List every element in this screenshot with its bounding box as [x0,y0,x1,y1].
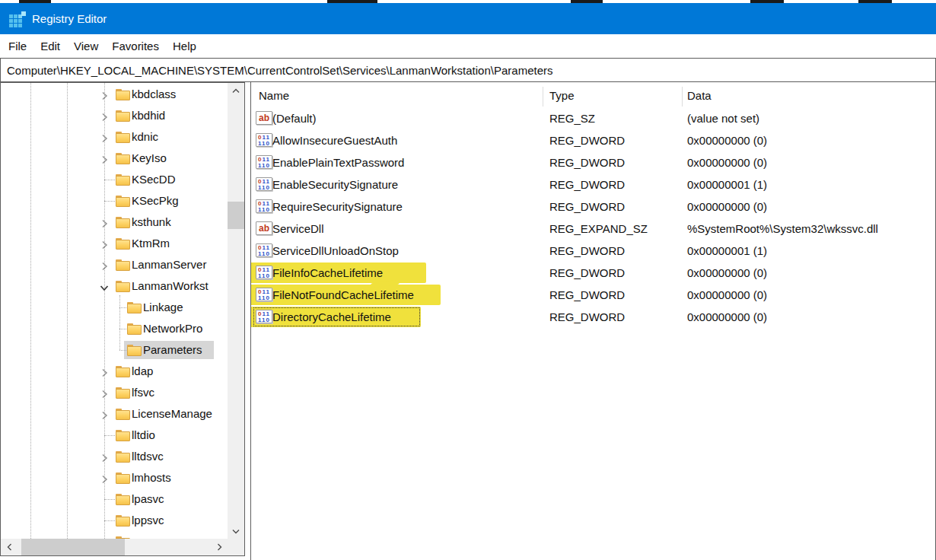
chevron-right-icon[interactable] [100,452,109,461]
values-column-header: Name Type Data [251,85,935,107]
value-row-enablesecuritysignature[interactable]: 011110EnableSecuritySignatureREG_DWORD0x… [251,173,935,196]
menu-view[interactable]: View [67,34,105,58]
tree-connector-line [104,499,115,500]
chevron-right-icon[interactable] [100,409,109,418]
value-row-directorycachelifetime[interactable]: 011110DirectoryCacheLifetimeREG_DWORD0x0… [251,306,935,328]
tree-item-licensemanage[interactable]: LicenseManage [1,403,228,425]
tree-item-partial[interactable] [1,531,228,539]
folder-icon [116,494,129,504]
value-data: 0x00000000 (0) [687,196,767,218]
regedit-app-icon[interactable] [9,11,26,27]
value-name: DirectoryCacheLifetime [272,306,391,328]
tree-item-lppsvc[interactable]: lppsvc [1,510,228,531]
chevron-right-icon[interactable] [100,239,109,248]
chevron-right-icon[interactable] [100,154,109,163]
tree-item-lfsvc[interactable]: lfsvc [1,382,228,403]
chevron-down-icon[interactable] [100,282,109,291]
tree-item-ksthunk[interactable]: ksthunk [1,212,228,233]
tree-connector-line [119,307,126,308]
value-row-allowinsecureguestauth[interactable]: 011110AllowInsecureGuestAuthREG_DWORD0x0… [251,129,935,151]
chevron-right-icon[interactable] [100,111,109,120]
value-row-fileinfocachelifetime[interactable]: 011110FileInfoCacheLifetimeREG_DWORD0x00… [251,262,935,284]
horizontal-scrollbar-thumb[interactable] [21,539,125,555]
tree-item-kbdclass[interactable]: kbdclass [1,84,228,105]
value-type: REG_DWORD [549,129,625,151]
value-row--default-[interactable]: ab(Default)REG_SZ(value not set) [251,107,935,129]
chevron-right-icon[interactable] [100,90,109,99]
value-name: EnablePlainTextPassword [272,151,404,173]
tree-item-ksecpkg[interactable]: KSecPkg [1,190,228,212]
tree-vertical-scrollbar[interactable] [228,83,244,539]
folder-icon [116,110,129,121]
menu-help[interactable]: Help [166,34,203,58]
chevron-right-icon[interactable] [100,260,109,269]
tree-item-ksecdd[interactable]: KSecDD [1,169,228,190]
column-header-name[interactable]: Name [259,85,289,107]
tree-item-label: ksthunk [132,212,171,233]
folder-icon [127,323,140,334]
address-input[interactable] [1,59,935,81]
tree-item-keyiso[interactable]: KeyIso [1,148,228,169]
value-row-servicedllunloadonstop[interactable]: 011110ServiceDllUnloadOnStopREG_DWORD0x0… [251,240,935,262]
menu-edit[interactable]: Edit [33,34,67,58]
menu-favorites[interactable]: Favorites [105,34,166,58]
value-name: (Default) [272,107,317,129]
column-header-type[interactable]: Type [549,85,575,107]
scroll-right-button[interactable] [211,539,228,555]
vertical-scrollbar-thumb[interactable] [228,202,244,229]
column-resize-handle[interactable] [682,87,683,107]
value-row-enableplaintextpassword[interactable]: 011110EnablePlainTextPasswordREG_DWORD0x… [251,151,935,173]
tree-connector-line [104,520,115,521]
value-data: (value not set) [687,107,759,129]
tree-item-parameters[interactable]: Parameters [1,339,228,361]
folder-icon [116,473,129,483]
window-title: Registry Editor [32,12,107,25]
tree-item-lmhosts[interactable]: lmhosts [1,467,228,488]
chevron-right-icon[interactable] [100,132,109,142]
tree-item-lltdio[interactable]: lltdio [1,425,228,446]
tree-item-linkage[interactable]: Linkage [1,297,228,318]
tree-item-label: LanmanServer [132,254,206,275]
tree-item-label: KSecPkg [132,190,179,212]
scroll-left-button[interactable] [1,539,18,555]
folder-icon [116,174,129,185]
tree-item-networkpro[interactable]: NetworkPro [1,318,228,339]
tree-item-lpasvc[interactable]: lpasvc [1,488,228,510]
address-bar[interactable] [0,58,936,82]
chevron-right-icon[interactable] [100,218,109,227]
tree-item-label: Parameters [143,339,202,361]
tree-item-ldap[interactable]: ldap [1,361,228,382]
value-name: ServiceDll [272,218,324,240]
tree-item-label: Linkage [143,297,183,318]
tree-item-kdnic[interactable]: kdnic [1,126,228,148]
tree-item-lltdsvc[interactable]: lltdsvc [1,446,228,467]
tree-item-label: lltdio [132,425,155,446]
tree-item-lanmanworkst[interactable]: LanmanWorkst [1,275,228,297]
chevron-right-icon[interactable] [100,388,109,397]
tree-horizontal-scrollbar[interactable] [1,539,228,555]
folder-icon [116,515,129,526]
tree-item-kbdhid[interactable]: kbdhid [1,105,228,126]
chevron-right-icon[interactable] [100,367,109,376]
value-name: FileInfoCacheLifetime [272,262,383,284]
scroll-up-button[interactable] [228,83,244,98]
tree-item-lanmanserver[interactable]: LanmanServer [1,254,228,275]
value-row-requiresecuritysignature[interactable]: 011110RequireSecuritySignatureREG_DWORD0… [251,196,935,218]
chevron-right-icon[interactable] [100,473,109,482]
menu-file[interactable]: File [2,34,33,58]
column-header-data[interactable]: Data [687,85,712,107]
value-row-filenotfoundcachelifetime[interactable]: 011110FileNotFoundCacheLifetimeREG_DWORD… [251,284,935,306]
value-row-servicedll[interactable]: abServiceDllREG_EXPAND_SZ%SystemRoot%\Sy… [251,218,935,240]
folder-icon [116,387,129,398]
titlebar[interactable]: Registry Editor [0,3,936,34]
scroll-down-button[interactable] [228,523,244,539]
registry-editor-window: Registry Editor FileEditViewFavoritesHel… [0,0,936,560]
value-data: 0x00000000 (0) [687,151,767,173]
column-resize-handle[interactable] [543,87,543,107]
folder-icon [116,238,129,249]
tree-item-ktmrm[interactable]: KtmRm [1,233,228,254]
value-type: REG_DWORD [549,284,625,306]
folder-icon [116,451,129,462]
folder-icon [127,302,140,313]
main-area: kbdclasskbdhidkdnicKeyIsoKSecDDKSecPkgks… [0,82,936,560]
